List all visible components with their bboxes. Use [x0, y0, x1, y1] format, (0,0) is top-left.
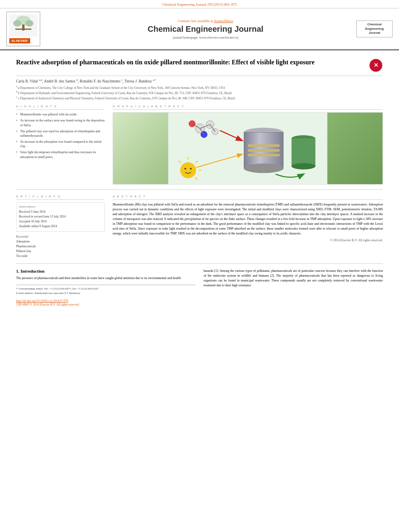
info-abstract-row: A R T I C L E I N F O Article history: R… [16, 195, 383, 259]
journal-citation: Chemical Engineering Journal 259 (2015) … [0, 0, 399, 8]
received-date: Received 3 June 2014 Received in revised… [19, 210, 102, 229]
intro-right: hazards [1]. Among the various types of … [204, 269, 383, 306]
intro-heading: 1. Introduction [16, 269, 195, 273]
highlight-item: As increase in the surface area was foun… [16, 118, 105, 127]
graphical-abstract-section: G R A P H I C A L A B S T R A C T [113, 105, 383, 185]
svg-point-23 [212, 129, 218, 135]
svg-point-12 [244, 164, 284, 173]
keywords-list: Adsorption Pharmaceuticals Pillared clay… [16, 239, 105, 259]
abstract-text: Montmorillonite (Mt) clay was pillared w… [113, 202, 383, 236]
svg-point-18 [292, 163, 315, 170]
affiliation-b: b b Department of Hydraulic and Environm… [16, 90, 383, 95]
elsevier-logo-area: ELSEVIER [6, 12, 55, 46]
intro-left: 1. Introduction The presence of pharmace… [16, 269, 195, 306]
article-info-section: A R T I C L E I N F O Article history: R… [16, 195, 105, 259]
affiliation-a: a a Department of Chemistry, The City Co… [16, 85, 383, 90]
history-label: Article history: [19, 205, 102, 208]
highlights-header: H I G H L I G H T S [16, 105, 105, 110]
article-title-section: Reactive adsorption of pharmaceuticals o… [16, 54, 383, 76]
svg-rect-13 [248, 144, 280, 147]
intro-right-text: hazards [1]. Among the various types of … [204, 269, 383, 288]
copyright-line: © 2014 Elsevier B.V. All rights reserved… [113, 238, 383, 242]
svg-rect-5 [15, 29, 31, 30]
crossmark-badge[interactable]: ✕ [369, 58, 383, 72]
journal-logo-image [9, 14, 37, 37]
svg-rect-14 [248, 149, 280, 152]
article-title: Reactive adsorption of pharmaceuticals o… [16, 58, 369, 67]
highlights-abstract-row: H I G H L I G H T S Montmorillonite was … [16, 105, 383, 185]
side-logo-text: Chemical Engineering Journal [358, 23, 391, 35]
highlight-item: As increase in the adsorption was found … [16, 140, 105, 148]
svg-rect-17 [292, 138, 315, 166]
journal-homepage: journal homepage: www.elsevier.com/locat… [55, 35, 356, 39]
divider-2 [16, 263, 383, 264]
svg-rect-15 [248, 154, 280, 156]
affiliations: a a Department of Chemistry, The City Co… [16, 85, 383, 101]
email-address: E-mail address: tbandosz@ccny.cuny.edu (… [16, 291, 195, 296]
authors-line: Carla B. Vidal a,b, André B. dos Santos … [16, 78, 383, 83]
abstract-header: A B S T R A C T [113, 195, 383, 200]
sciencedirect-link[interactable]: Contents lists available at ScienceDirec… [55, 19, 356, 23]
highlight-item: The pillared clay was used for adsorptio… [16, 129, 105, 138]
intro-left-text: The presence of pharmaceuticals and thei… [16, 276, 195, 281]
introduction-section: 1. Introduction The presence of pharmace… [16, 269, 383, 306]
abstract-section: A B S T R A C T Montmorillonite (Mt) cla… [113, 195, 383, 259]
article-container: Reactive adsorption of pharmaceuticals o… [0, 50, 399, 314]
svg-point-35 [185, 168, 186, 170]
citation-text: Chemical Engineering Journal 259 (2015) … [162, 2, 237, 6]
graphical-abstract-image [113, 112, 383, 185]
divider-1 [16, 189, 383, 190]
highlights-list: Montmorillonite was pillared with tin ox… [16, 112, 105, 159]
doi-links: http://dx.doi.org/10.1016/j.cej.2014.07.… [16, 299, 195, 306]
svg-text:✕: ✕ [374, 62, 378, 68]
journal-center-info: Contents lists available at ScienceDirec… [55, 19, 356, 39]
highlight-item: Montmorillonite was pillared with tin ox… [16, 112, 105, 117]
journal-title: Chemical Engineering Journal [55, 25, 356, 34]
graphical-abstract-header: G R A P H I C A L A B S T R A C T [113, 105, 383, 110]
footnote-section: * Corresponding author. Tel.: +1 (212) 6… [16, 285, 195, 295]
svg-point-3 [13, 20, 21, 27]
corresponding-author: * Corresponding author. Tel.: +1 (212) 6… [16, 287, 195, 291]
svg-point-36 [190, 168, 192, 170]
article-info-header: A R T I C L E I N F O [16, 195, 105, 200]
journal-header: ELSEVIER Contents lists available at Sci… [0, 8, 399, 50]
keywords-label: Keywords: [16, 235, 105, 238]
logo-box: ELSEVIER [6, 12, 40, 46]
svg-point-21 [189, 121, 195, 127]
highlight-item: Solar light decomposes trimethoprim and … [16, 150, 105, 159]
svg-point-4 [25, 20, 33, 27]
svg-point-29 [180, 162, 196, 179]
affiliation-c: c c Department of Analytical Chemistry a… [16, 95, 383, 101]
journal-side-logo: Chemical Engineering Journal [356, 21, 393, 37]
elsevier-brand: ELSEVIER [9, 38, 30, 43]
highlights-section: H I G H L I G H T S Montmorillonite was … [16, 105, 105, 185]
article-history-box: Article history: Received 3 June 2014 Re… [16, 202, 105, 232]
keywords-section: Keywords: Adsorption Pharmaceuticals Pil… [16, 235, 105, 259]
